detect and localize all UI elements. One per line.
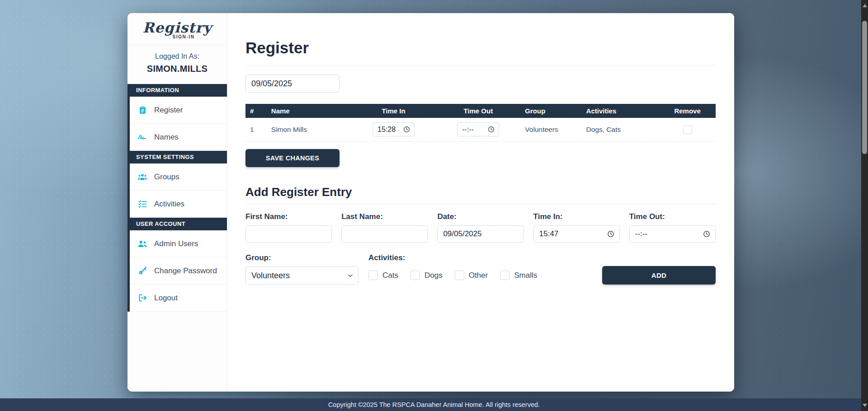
sidebar-item-register[interactable]: Register	[130, 97, 227, 124]
scrollbar-down-arrow-icon[interactable]	[863, 404, 867, 407]
add-entry-title: Add Register Entry	[245, 185, 716, 199]
col-header-group: Group	[520, 104, 581, 118]
sidebar-item-admin-users[interactable]: Admin Users	[130, 230, 227, 257]
logged-in-block: Logged In As: SIMON.MILLS	[127, 45, 227, 84]
row-time-out-input[interactable]	[462, 126, 485, 134]
row-number: 1	[245, 118, 267, 141]
col-header-num: #	[245, 104, 267, 118]
activity-option-label: Dogs	[425, 271, 443, 280]
group-select[interactable]: Volunteers	[245, 266, 359, 285]
row-time-out-field[interactable]	[457, 122, 499, 136]
last-name-field[interactable]	[341, 225, 428, 243]
row-remove-checkbox[interactable]	[683, 125, 692, 134]
logo-title: Registry	[127, 21, 227, 35]
activity-option-label: Cats	[382, 271, 398, 280]
col-header-activities: Activities	[582, 104, 660, 118]
nav-section-user-account: USER ACCOUNT	[130, 218, 227, 230]
list-check-icon	[137, 199, 147, 209]
users-icon	[137, 172, 147, 182]
sidebar-item-label: Change Password	[154, 266, 217, 276]
nav-section-information: INFORMATION	[130, 84, 227, 97]
col-header-name: Name	[267, 104, 351, 118]
activity-checkbox-smalls[interactable]	[500, 271, 509, 280]
register-table: # Name Time In Time Out Group Activities…	[245, 104, 716, 142]
activity-option-label: Other	[469, 271, 488, 280]
date-label: Date:	[437, 212, 524, 221]
first-name-label: First Name:	[245, 212, 332, 221]
sidebar-item-label: Register	[154, 106, 183, 115]
row-time-in-field[interactable]	[373, 122, 415, 136]
page-title: Register	[245, 39, 716, 57]
clock-icon	[487, 126, 495, 133]
time-out-label: Time Out:	[629, 212, 716, 221]
sidebar-item-groups[interactable]: Groups	[130, 163, 227, 191]
app-logo[interactable]: Registry SIGN-IN	[127, 13, 227, 45]
main-content: Register # Name Time In Time Out Group A…	[227, 13, 734, 392]
page-footer: Copyright ©2025 The RSPCA Danaher Animal…	[0, 398, 868, 411]
clock-icon	[403, 126, 410, 133]
sidebar-item-label: Admin Users	[154, 239, 198, 248]
add-entry-form-row2: Group: Volunteers Activities: Cats	[245, 253, 716, 285]
app-window: Registry SIGN-IN Logged In As: SIMON.MIL…	[127, 13, 734, 392]
first-name-field[interactable]	[245, 225, 332, 243]
add-entry-form-row1: First Name: Last Name: Date: Time In:	[245, 212, 716, 243]
sidebar-item-label: Activities	[154, 200, 184, 209]
activity-checkbox-cats[interactable]	[368, 271, 378, 280]
table-header-row: # Name Time In Time Out Group Activities…	[245, 104, 716, 118]
sidebar: Registry SIGN-IN Logged In As: SIMON.MIL…	[127, 13, 227, 392]
scrollbar-up-arrow-icon[interactable]	[863, 4, 867, 7]
sidebar-nav: INFORMATION Register	[127, 84, 227, 312]
save-changes-button[interactable]: SAVE CHANGES	[245, 149, 340, 167]
scrollbar-thumb[interactable]	[862, 21, 867, 154]
register-date-input[interactable]	[245, 75, 340, 93]
activity-checkbox-other[interactable]	[455, 271, 464, 280]
row-time-in-input[interactable]	[377, 126, 400, 134]
logged-in-label: Logged In As:	[127, 52, 227, 61]
key-icon	[137, 266, 147, 276]
group-label: Group:	[245, 253, 359, 262]
last-name-label: Last Name:	[341, 212, 428, 221]
logged-in-username: SIMON.MILLS	[127, 64, 227, 74]
sidebar-item-logout[interactable]: Logout	[130, 285, 227, 312]
vertical-scrollbar[interactable]	[861, 0, 868, 411]
signature-icon	[137, 132, 147, 142]
date-field[interactable]	[437, 225, 524, 243]
sidebar-item-names[interactable]: Names	[130, 124, 227, 151]
sidebar-item-label: Names	[154, 133, 179, 142]
col-header-remove: Remove	[659, 104, 716, 118]
time-out-field[interactable]	[629, 225, 716, 243]
logo-subtitle: SIGN-IN	[134, 34, 233, 39]
row-activities: Dogs, Cats	[582, 118, 660, 141]
user-group-icon	[137, 239, 147, 249]
copyright-text: Copyright ©2025 The RSPCA Danaher Animal…	[328, 401, 540, 408]
time-in-label: Time In:	[533, 212, 620, 221]
sidebar-item-label: Logout	[154, 294, 178, 303]
activity-option-label: Smalls	[514, 271, 537, 280]
clipboard-icon	[137, 105, 147, 115]
add-button[interactable]: ADD	[602, 266, 716, 285]
sidebar-item-change-password[interactable]: Change Password	[130, 257, 227, 285]
sidebar-item-activities[interactable]: Activities	[130, 191, 227, 218]
col-header-time-in: Time In	[351, 104, 436, 118]
time-in-field[interactable]	[533, 225, 620, 243]
col-header-time-out: Time Out	[436, 104, 520, 118]
logout-icon	[137, 293, 147, 303]
row-name: Simon Mills	[267, 118, 351, 141]
row-group: Volunteers	[520, 118, 581, 141]
activities-label: Activities:	[368, 253, 537, 262]
nav-section-system-settings: SYSTEM SETTINGS	[130, 151, 227, 163]
sidebar-item-label: Groups	[154, 173, 179, 182]
add-entry-divider	[245, 204, 716, 204]
table-row: 1 Simon Mills	[245, 118, 716, 141]
title-divider	[245, 65, 716, 65]
activity-checkbox-dogs[interactable]	[410, 271, 420, 280]
